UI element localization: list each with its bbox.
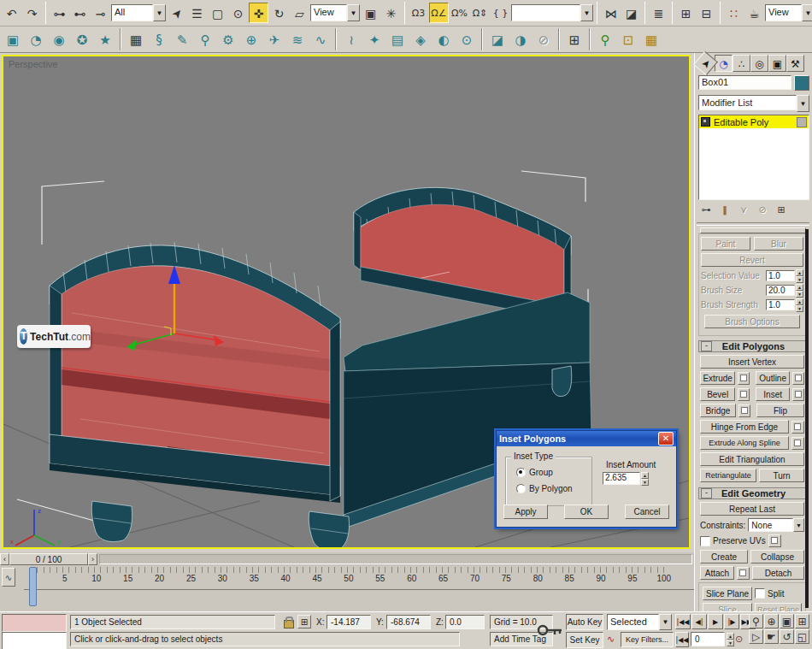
absolute-offset-toggle-icon[interactable]: ⊞: [297, 615, 311, 628]
y-coordinate-field[interactable]: -68.674: [386, 615, 431, 629]
revert-button[interactable]: Revert: [701, 253, 803, 267]
mannequin-icon[interactable]: ✦: [363, 28, 385, 50]
inset-button[interactable]: Inset: [756, 387, 789, 401]
preserve-uvs-checkbox[interactable]: [700, 536, 710, 546]
align-icon[interactable]: ◪: [621, 3, 641, 23]
hook-icon[interactable]: ≀: [340, 28, 362, 50]
mini-curve-editor-button[interactable]: ∿: [2, 568, 15, 587]
bridge-button[interactable]: Bridge: [700, 404, 736, 417]
extrude-button[interactable]: Extrude: [700, 371, 735, 385]
ok-button[interactable]: OK: [564, 504, 609, 519]
select-and-move-icon[interactable]: ✜: [249, 3, 268, 23]
spring-icon[interactable]: §: [148, 28, 170, 50]
current-frame-field[interactable]: 0: [691, 632, 725, 646]
named-selection-sets-icon[interactable]: { }: [491, 3, 510, 23]
dialog-titlebar[interactable]: Inset Polygons ✕: [497, 431, 676, 446]
use-pivot-point-icon[interactable]: ▣: [361, 3, 380, 23]
object-color-swatch[interactable]: [794, 75, 809, 91]
chevron-down-icon[interactable]: ▼: [793, 518, 804, 532]
slice-plane-button[interactable]: Slice Plane: [703, 587, 752, 600]
named-selection-sets-dropdown[interactable]: ▼: [511, 4, 593, 21]
bridge-settings-button[interactable]: [738, 404, 750, 417]
zoom-all-icon[interactable]: ⊕: [764, 614, 779, 628]
tab-modify-icon[interactable]: ◔: [715, 55, 733, 72]
selection-filter-dropdown[interactable]: All ▼: [111, 4, 166, 21]
primitives-cubes-icon[interactable]: ▣: [2, 28, 24, 50]
group-radio[interactable]: [516, 468, 526, 477]
edit-polygons-header[interactable]: - Edit Polygons: [698, 340, 806, 352]
retriangulate-button[interactable]: Retriangulate: [700, 469, 756, 482]
cloth-modifier-icon[interactable]: ◪: [486, 28, 509, 50]
maxscript-mini-listener-pink[interactable]: [2, 614, 67, 632]
wave-icon[interactable]: ∿: [309, 28, 332, 50]
configure-modifier-sets-icon[interactable]: ⊞: [774, 204, 789, 217]
hinge-from-edge-button[interactable]: Hinge From Edge: [700, 420, 789, 434]
field-of-view-icon[interactable]: ▷: [749, 629, 763, 644]
bevel-settings-button[interactable]: [738, 388, 750, 401]
arc-rotate-icon[interactable]: ↺: [780, 629, 794, 644]
modifier-stack[interactable]: Editable Poly: [698, 115, 809, 200]
spinner-snap-icon[interactable]: Ω⇕: [470, 3, 490, 23]
edit-geometry-header[interactable]: - Edit Geometry: [698, 487, 806, 499]
tab-motion-icon[interactable]: ◎: [750, 55, 768, 72]
bevel-button[interactable]: Bevel: [700, 387, 735, 401]
chevron-down-icon[interactable]: ▼: [802, 4, 812, 21]
value-field[interactable]: 20.0: [766, 285, 795, 296]
x-coordinate-field[interactable]: -14.187: [327, 615, 371, 629]
redo-icon[interactable]: ↷: [22, 3, 42, 23]
attach-settings-button[interactable]: [737, 567, 750, 580]
pin-icon[interactable]: ⊕: [240, 28, 262, 50]
tab-hierarchy-icon[interactable]: ∴: [733, 55, 750, 72]
extrude-settings-button[interactable]: [738, 372, 750, 385]
edit-triangulation-button[interactable]: Edit Triangulation: [700, 452, 804, 466]
compositor-icon[interactable]: ▦: [125, 28, 147, 50]
chevron-down-icon[interactable]: ▼: [659, 614, 672, 630]
value-field[interactable]: 1.0: [766, 270, 795, 281]
constraints-dropdown[interactable]: None ▼: [748, 518, 804, 532]
selection-lock-icon[interactable]: [284, 620, 294, 628]
chevron-down-icon[interactable]: ▼: [347, 4, 360, 21]
time-forward-arrow[interactable]: ›: [88, 553, 97, 565]
material-editor-icon[interactable]: ∷: [724, 3, 744, 23]
collapse-icon[interactable]: -: [701, 488, 712, 499]
select-and-rotate-icon[interactable]: ↻: [269, 3, 289, 23]
object-name-field[interactable]: Box01: [698, 75, 791, 90]
create-button[interactable]: Create: [700, 550, 748, 563]
window-crossing-icon[interactable]: ⊙: [228, 3, 248, 23]
video-post-icon[interactable]: ▦: [640, 28, 662, 50]
detach-button[interactable]: Detach: [752, 566, 804, 580]
paint-button[interactable]: Paint: [701, 237, 750, 251]
cloth-icon[interactable]: ◔: [25, 28, 47, 50]
zoom-extents-all-icon[interactable]: ⊞: [795, 614, 809, 628]
blur-button[interactable]: Blur: [754, 237, 803, 251]
unlink-selection-icon[interactable]: ⊷: [70, 3, 90, 23]
make-unique-icon[interactable]: ⋎: [736, 204, 751, 217]
select-and-link-icon[interactable]: ⊶: [50, 3, 69, 23]
remove-modifier-icon[interactable]: ⊘: [755, 204, 770, 217]
pan-icon[interactable]: ☛: [764, 629, 779, 644]
probe-magnifier-icon[interactable]: ⚲: [194, 28, 216, 50]
viewport-label[interactable]: Perspective: [9, 59, 57, 69]
extrude-along-spline-settings-button[interactable]: [791, 437, 804, 450]
repeat-last-button[interactable]: Repeat Last: [700, 502, 804, 516]
reference-coordinate-dropdown[interactable]: View ▼: [310, 4, 360, 21]
go-to-start-icon[interactable]: |◀◀: [675, 614, 691, 629]
key-mode-toggle-icon[interactable]: |◀◀: [675, 632, 689, 647]
globe-material-icon[interactable]: ◑: [509, 28, 532, 50]
window-small-icon[interactable]: ⊞: [563, 28, 585, 50]
outline-button[interactable]: Outline: [756, 371, 789, 385]
timeline-ruler[interactable]: 0510152025303540455055606570758085909510…: [24, 566, 694, 590]
snaps-toggle-icon[interactable]: Ω3: [409, 3, 428, 23]
wheel-icon[interactable]: ◐: [432, 28, 455, 50]
undo-icon[interactable]: ↶: [2, 3, 21, 23]
maxscript-mini-listener-white[interactable]: [2, 632, 67, 649]
spinner-arrows[interactable]: ▲▼: [796, 298, 803, 312]
star-icon[interactable]: ★: [94, 28, 116, 50]
min-max-toggle-icon[interactable]: ◱: [795, 629, 809, 644]
spinner-arrows[interactable]: ▲▼: [796, 269, 803, 283]
brush-options-button[interactable]: Brush Options: [704, 315, 800, 328]
by-polygon-radio[interactable]: [516, 484, 526, 493]
cancel-button[interactable]: Cancel: [625, 504, 669, 519]
modifier-onoff-icon[interactable]: [701, 117, 710, 127]
tab-display-icon[interactable]: ▣: [768, 55, 786, 72]
